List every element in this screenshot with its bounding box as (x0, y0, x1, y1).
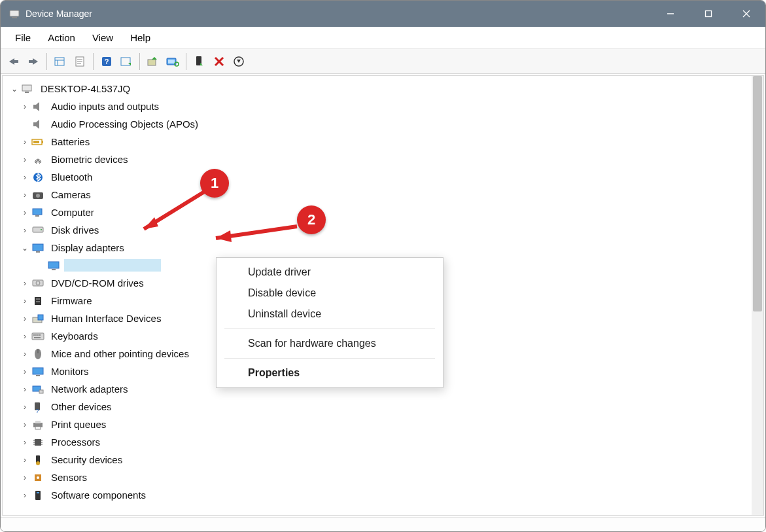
bluetooth-icon (31, 171, 44, 184)
tree-category[interactable]: ›Disk drives (5, 221, 750, 239)
menu-view[interactable]: View (84, 29, 121, 46)
chevron-right-icon[interactable]: › (20, 402, 30, 412)
toolbar: ? (1, 49, 765, 74)
chevron-right-icon[interactable]: › (20, 384, 30, 395)
uninstall-icon[interactable] (230, 52, 248, 71)
svg-rect-67 (36, 375, 40, 376)
tree-category[interactable]: ›Software components (5, 486, 750, 504)
firmware-icon (31, 294, 44, 308)
category-label: Firmware (48, 294, 95, 307)
mouse-icon (31, 347, 44, 361)
svg-marker-36 (33, 120, 39, 129)
chevron-right-icon[interactable]: › (20, 278, 30, 289)
tree-category[interactable]: ›Computer (5, 204, 750, 221)
svg-rect-62 (39, 334, 41, 336)
category-label: Monitors (48, 365, 92, 378)
chevron-right-icon[interactable]: › (20, 349, 30, 359)
chevron-down-icon[interactable]: ⌄ (20, 243, 30, 253)
svg-text:?: ? (35, 408, 39, 413)
tree-category[interactable]: ›Sensors (5, 469, 750, 486)
tree-category[interactable]: ›Cameras (5, 186, 750, 204)
chevron-right-icon[interactable]: › (20, 472, 30, 483)
scan-hardware-icon[interactable] (164, 52, 182, 71)
chevron-right-icon[interactable]: › (20, 154, 30, 165)
action-center-icon[interactable] (117, 52, 135, 71)
menu-help[interactable]: Help (122, 29, 158, 46)
chevron-right-icon[interactable]: › (20, 190, 30, 200)
chevron-right-icon[interactable]: › (20, 296, 30, 306)
tree-category[interactable]: ›Biometric devices (5, 151, 750, 168)
chevron-down-icon[interactable]: ⌄ (9, 84, 20, 94)
device-manager-window: Device Manager File Action View Help ? (0, 0, 766, 532)
svg-rect-19 (121, 58, 130, 65)
chevron-right-icon[interactable]: › (20, 225, 30, 236)
svg-rect-39 (33, 141, 39, 143)
svg-marker-6 (9, 58, 14, 65)
menu-file[interactable]: File (7, 29, 39, 46)
content-area: ⌄ DESKTOP-4L537JQ ›Audio inputs and outp… (2, 75, 764, 516)
chevron-right-icon[interactable]: › (20, 172, 30, 183)
chevron-right-icon[interactable]: › (20, 437, 30, 448)
svg-rect-87 (37, 492, 39, 493)
ctx-properties[interactable]: Properties (217, 363, 443, 383)
statusbar (1, 517, 765, 531)
device-tree[interactable]: ⌄ DESKTOP-4L537JQ ›Audio inputs and outp… (3, 76, 752, 515)
vertical-scrollbar[interactable] (752, 76, 763, 515)
scrollbar-thumb[interactable] (753, 76, 762, 311)
chevron-right-icon[interactable]: › (20, 313, 30, 324)
svg-text:?: ? (105, 58, 109, 65)
tree-category[interactable]: ›Batteries (5, 133, 750, 151)
root-label: DESKTOP-4L537JQ (38, 82, 133, 95)
update-driver-icon[interactable] (144, 52, 162, 71)
svg-rect-57 (38, 315, 43, 320)
tree-category[interactable]: Audio Processing Objects (APOs) (5, 115, 750, 133)
context-menu: Update driver Disable device Uninstall d… (216, 257, 444, 388)
close-button[interactable] (727, 1, 765, 27)
chevron-right-icon[interactable]: › (20, 331, 30, 342)
back-icon[interactable] (5, 52, 23, 71)
ctx-update-driver[interactable]: Update driver (217, 262, 443, 283)
svg-rect-9 (29, 60, 33, 63)
svg-rect-43 (33, 209, 42, 215)
properties-icon[interactable] (71, 52, 89, 71)
minimize-button[interactable] (652, 1, 689, 27)
expander-none (35, 260, 46, 271)
chevron-right-icon[interactable]: › (20, 207, 30, 218)
tree-category[interactable]: ›Processors (5, 433, 750, 451)
tree-category[interactable]: ⌄Display adapters (5, 239, 750, 257)
chevron-right-icon[interactable]: › (20, 490, 30, 501)
processor-icon (31, 436, 44, 449)
toolbar-separator (93, 53, 94, 70)
category-label: Cameras (48, 188, 94, 201)
enable-device-icon[interactable] (190, 52, 209, 71)
ctx-disable-device[interactable]: Disable device (217, 283, 443, 304)
chevron-right-icon[interactable]: › (20, 137, 30, 147)
disable-device-icon[interactable] (210, 52, 228, 71)
svg-point-85 (37, 476, 39, 479)
svg-rect-49 (48, 262, 59, 268)
biometric-icon (31, 153, 44, 166)
maximize-button[interactable] (689, 1, 727, 27)
show-hidden-icon[interactable] (51, 52, 69, 71)
svg-rect-61 (37, 334, 39, 336)
category-label: Biometric devices (48, 153, 131, 166)
help-icon[interactable]: ? (97, 52, 116, 71)
chevron-right-icon[interactable]: › (20, 455, 30, 465)
svg-point-83 (36, 461, 40, 465)
tree-category[interactable]: ›?Other devices (5, 398, 750, 416)
svg-marker-32 (237, 60, 241, 63)
svg-rect-47 (33, 244, 43, 251)
chevron-right-icon[interactable]: › (20, 366, 30, 377)
ctx-scan-hardware[interactable]: Scan for hardware changes (217, 333, 443, 354)
tree-category[interactable]: ›Bluetooth (5, 168, 750, 186)
chevron-right-icon[interactable]: › (20, 101, 30, 112)
ctx-uninstall-device[interactable]: Uninstall device (217, 304, 443, 325)
chevron-right-icon[interactable] (20, 119, 30, 130)
tree-root[interactable]: ⌄ DESKTOP-4L537JQ (5, 80, 750, 98)
chevron-right-icon[interactable]: › (20, 419, 30, 430)
tree-category[interactable]: ›Audio inputs and outputs (5, 98, 750, 115)
tree-category[interactable]: ›Print queues (5, 416, 750, 433)
tree-category[interactable]: ›Security devices (5, 451, 750, 469)
forward-icon[interactable] (24, 52, 43, 71)
menu-action[interactable]: Action (40, 29, 83, 46)
